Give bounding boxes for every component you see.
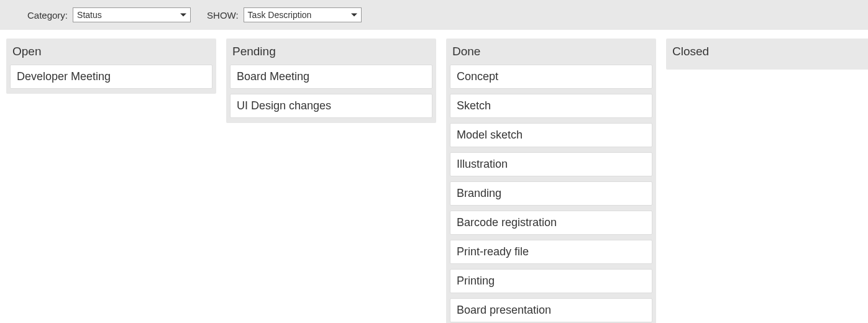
- category-select[interactable]: Status: [73, 7, 191, 22]
- task-card-label: Printing: [457, 275, 495, 287]
- task-card-label: Print-ready file: [457, 245, 529, 258]
- task-card-label: Concept: [457, 70, 498, 83]
- task-card[interactable]: Board presentation: [450, 298, 652, 322]
- column-open: Open Developer Meeting: [6, 39, 216, 94]
- column-header: Pending: [230, 39, 432, 65]
- chevron-down-icon: [351, 14, 357, 17]
- task-card-label: Barcode registration: [457, 216, 557, 229]
- task-card[interactable]: Concept: [450, 65, 652, 89]
- task-card[interactable]: Board Meeting: [230, 65, 432, 89]
- task-card-label: Model sketch: [457, 129, 523, 141]
- task-card[interactable]: Model sketch: [450, 123, 652, 147]
- task-card[interactable]: Branding: [450, 181, 652, 206]
- column-header: Closed: [670, 39, 868, 65]
- task-card-label: UI Design changes: [237, 99, 331, 112]
- task-card-label: Sketch: [457, 99, 491, 112]
- category-select-value: Status: [77, 10, 102, 20]
- task-card-label: Developer Meeting: [17, 70, 111, 83]
- show-select[interactable]: Task Description: [244, 7, 362, 22]
- chevron-down-icon: [180, 14, 186, 17]
- category-label: Category:: [27, 10, 68, 20]
- task-card[interactable]: Barcode registration: [450, 211, 652, 235]
- column-closed: Closed: [666, 39, 868, 70]
- column-pending: Pending Board Meeting UI Design changes: [226, 39, 436, 123]
- task-card[interactable]: Printing: [450, 269, 652, 293]
- task-card-label: Board presentation: [457, 304, 551, 316]
- show-label: SHOW:: [207, 10, 239, 20]
- column-header: Open: [10, 39, 212, 65]
- toolbar: Category: Status SHOW: Task Description: [0, 0, 868, 30]
- task-card[interactable]: UI Design changes: [230, 94, 432, 118]
- task-card[interactable]: Illustration: [450, 152, 652, 176]
- task-card[interactable]: Print-ready file: [450, 240, 652, 264]
- task-card-label: Branding: [457, 187, 501, 199]
- kanban-board: Open Developer Meeting Pending Board Mee…: [0, 30, 868, 323]
- column-header: Done: [450, 39, 652, 65]
- task-card-label: Board Meeting: [237, 70, 309, 83]
- column-done: Done Concept Sketch Model sketch Illustr…: [446, 39, 656, 323]
- task-card[interactable]: Developer Meeting: [10, 65, 212, 89]
- show-select-value: Task Description: [248, 10, 312, 20]
- task-card-label: Illustration: [457, 158, 508, 170]
- task-card[interactable]: Sketch: [450, 94, 652, 118]
